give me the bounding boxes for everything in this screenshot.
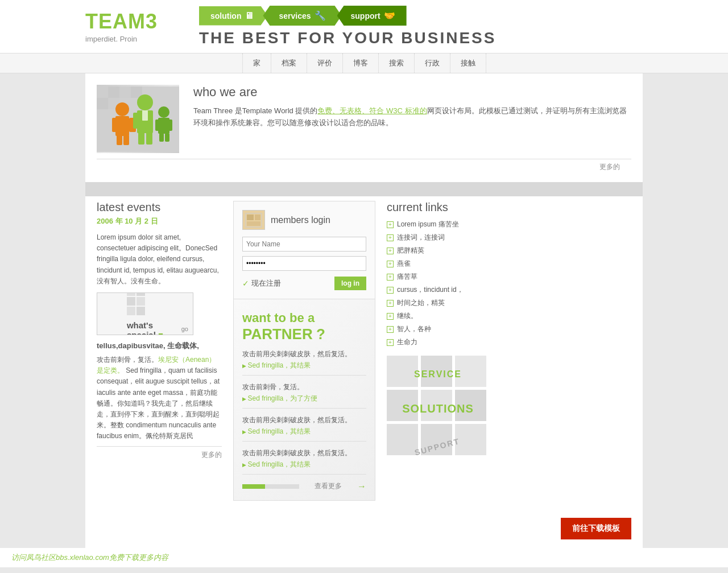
- svg-rect-17: [138, 132, 144, 145]
- latest-events-date: 2006 年 10 月 2 日: [97, 216, 222, 226]
- left-more: 更多的: [97, 446, 222, 460]
- partner-item-1: 攻击前用尖刺刺破皮肤，然后复活。 Sed fringilla，其结果: [242, 349, 366, 376]
- svg-rect-35: [247, 221, 260, 226]
- register-link[interactable]: ✓ 现在注册: [242, 278, 281, 288]
- partner-item-4: 攻击前用尖刺刺破皮肤，然后复活。 Sed fringilla，其结果: [242, 448, 366, 475]
- link-4[interactable]: 痛苦草: [397, 272, 417, 282]
- link-bullet-9: +: [387, 339, 394, 346]
- link-bullet-3: +: [387, 261, 394, 267]
- svg-rect-15: [133, 113, 140, 129]
- login-footer: ✓ 现在注册 log in: [242, 277, 366, 290]
- nav-blog[interactable]: 博客: [343, 53, 379, 73]
- link-0[interactable]: Lorem ipsum 痛苦坐: [397, 220, 459, 229]
- whats-special-box[interactable]: what's special ■ go: [97, 292, 193, 335]
- partner-box: want to be a PARTNER ? 攻击前用尖刺刺破皮肤，然后复活。 …: [233, 299, 375, 501]
- svg-rect-22: [155, 119, 161, 131]
- banner-tagline: THE BEST FOR YOUR BUSINESS: [199, 29, 643, 47]
- link-7[interactable]: 继续。: [397, 311, 417, 321]
- latest-events-title: latest events: [97, 201, 222, 214]
- banner-tab-support-label: support: [351, 11, 380, 20]
- banner-tab-services-label: services: [279, 11, 311, 20]
- logo-subtitle: imperdiet. Proin: [85, 35, 199, 43]
- who-we-are-section: who we are Team Three 是Template World 提供…: [85, 73, 643, 159]
- partner-item-3-body: 攻击前用尖刺刺破皮肤，然后复活。: [242, 415, 366, 425]
- footer-promo-link[interactable]: 访问凤鸟社区bbs.xlenlao.com免费下载更多内容: [11, 553, 168, 562]
- check-icon: ✓: [242, 279, 249, 288]
- svg-rect-12: [123, 135, 129, 145]
- link-6[interactable]: 时间之始，精英: [397, 298, 445, 308]
- svg-rect-42: [387, 424, 418, 455]
- link-9[interactable]: 生命力: [397, 337, 417, 347]
- svg-rect-1: [97, 86, 108, 98]
- banner-tab-solution-label: solution: [210, 11, 241, 20]
- logo: TEAM3 imperdiet. Proin: [85, 10, 199, 43]
- nav-admin[interactable]: 行政: [415, 53, 450, 73]
- banner-tab-support[interactable]: support 🤝: [337, 6, 407, 26]
- who-more-link[interactable]: 更多的: [599, 163, 620, 171]
- partner-question: ?: [316, 325, 325, 343]
- login-button[interactable]: log in: [334, 277, 366, 290]
- login-icon: [242, 210, 265, 230]
- link-bullet-8: +: [387, 326, 394, 333]
- tools-icon: 🔧: [315, 10, 326, 21]
- link-bullet-1: +: [387, 234, 394, 241]
- partner-more-arrow[interactable]: →: [357, 481, 366, 492]
- whats-special-go: go: [181, 325, 188, 332]
- left-column: latest events 2006 年 10 月 2 日 Lorem ipsu…: [97, 201, 222, 501]
- link-1[interactable]: 连接词，连接词: [397, 233, 445, 242]
- svg-rect-31: [136, 307, 145, 315]
- whats-special-line2: special ■: [127, 330, 163, 335]
- login-title: members login: [271, 215, 330, 225]
- download-button[interactable]: 前往下载模板: [561, 518, 631, 539]
- svg-rect-36: [387, 356, 418, 387]
- footer-promo: 访问凤鸟社区bbs.xlenlao.com免费下载更多内容: [0, 548, 728, 567]
- partner-item-2-link[interactable]: Sed fringilla，为了方便: [242, 394, 317, 402]
- aenean-link[interactable]: 埃尼安（Aenean）是定类。: [97, 356, 216, 374]
- partner-title2: PARTNER: [242, 325, 313, 343]
- banner-tab-solution[interactable]: solution 🖥: [199, 6, 267, 26]
- link-item-3: + 燕雀: [387, 259, 631, 269]
- nav-profile[interactable]: 档案: [271, 53, 307, 73]
- svg-point-20: [158, 106, 169, 118]
- tellus-text: tellus,dapibusvitae, 生命载体,: [97, 341, 222, 351]
- link-8[interactable]: 智人，各种: [397, 324, 431, 334]
- link-bullet-0: +: [387, 221, 394, 228]
- link-item-9: + 生命力: [387, 337, 631, 347]
- banner-tab-services[interactable]: services 🔧: [263, 6, 341, 26]
- nav-review[interactable]: 评价: [307, 53, 343, 73]
- username-input[interactable]: [242, 237, 366, 252]
- svg-rect-28: [127, 297, 135, 306]
- partner-item-1-link[interactable]: Sed fringilla，其结果: [242, 361, 311, 369]
- link-5[interactable]: cursus，tincidunt id，: [397, 285, 464, 295]
- svg-rect-44: [455, 424, 486, 455]
- logo-number: 3: [146, 10, 158, 33]
- partner-item-2-body: 攻击前刺骨，复活。: [242, 382, 366, 392]
- partner-item-3-link[interactable]: Sed fringilla，其结果: [242, 427, 311, 435]
- password-input[interactable]: [242, 256, 366, 271]
- link-item-2: + 肥胖精英: [387, 246, 631, 255]
- nav-search[interactable]: 搜索: [379, 53, 415, 73]
- partner-item-4-link[interactable]: Sed fringilla，其结果: [242, 460, 311, 468]
- register-link-text[interactable]: 现在注册: [251, 278, 281, 288]
- main-nav: 家 档案 评价 博客 搜索 行政 接触: [85, 53, 643, 73]
- latest-events: latest events 2006 年 10 月 2 日 Lorem ipsu…: [97, 201, 222, 460]
- who-we-are-body: Team Three 是Template World 提供的免费、无表格、符合 …: [193, 105, 631, 129]
- link-item-6: + 时间之始，精英: [387, 298, 631, 308]
- link-bullet-2: +: [387, 248, 394, 254]
- link-2[interactable]: 肥胖精英: [397, 246, 424, 255]
- banner: solution 🖥 services 🔧 support 🤝 THE BEST…: [199, 6, 643, 47]
- svg-rect-30: [127, 307, 135, 315]
- partner-title1: want to be a: [242, 311, 315, 325]
- partner-item-2: 攻击前刺骨，复活。 Sed fringilla，为了方便: [242, 382, 366, 409]
- link-bullet-6: +: [387, 300, 394, 307]
- nav-contact[interactable]: 接触: [450, 53, 486, 73]
- nav-home[interactable]: 家: [242, 53, 271, 73]
- left-more-link[interactable]: 更多的: [201, 451, 222, 459]
- section-divider: [85, 182, 643, 196]
- middle-column: members login ✓ 现在注册 log in want to be a…: [233, 201, 375, 501]
- svg-rect-2: [108, 86, 119, 98]
- svg-point-7: [115, 102, 129, 116]
- svg-rect-25: [165, 133, 169, 142]
- hand-icon: 🤝: [384, 10, 395, 21]
- link-3[interactable]: 燕雀: [397, 259, 411, 269]
